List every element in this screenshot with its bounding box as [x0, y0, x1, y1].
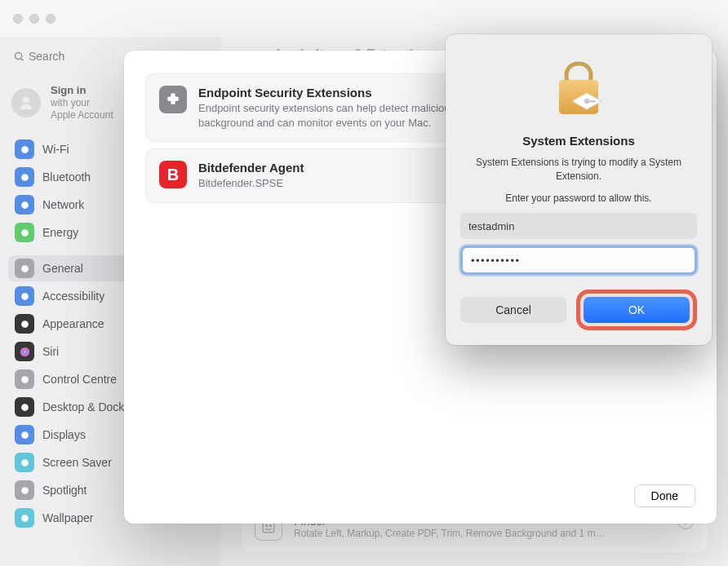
ok-button[interactable]: OK	[584, 297, 690, 323]
lock-icon	[550, 54, 607, 122]
svg-point-5	[21, 201, 29, 209]
auth-title: System Extensions	[522, 134, 635, 148]
general-icon	[15, 259, 34, 278]
sidebar-item-label: Spotlight	[42, 484, 87, 497]
bitdefender-icon: B	[159, 161, 187, 188]
username-field[interactable]	[460, 213, 697, 239]
svg-point-3	[21, 146, 29, 153]
titlebar	[0, 0, 728, 37]
svg-point-9	[21, 321, 29, 328]
svg-point-18	[266, 525, 268, 527]
window-controls	[13, 14, 55, 24]
svg-point-14	[21, 459, 29, 467]
done-button[interactable]: Done	[634, 484, 695, 507]
avatar	[11, 88, 41, 117]
sidebar-item-label: Desktop & Dock	[42, 400, 124, 413]
svg-rect-24	[588, 100, 596, 102]
sidebar-item-label: Bluetooth	[42, 170, 91, 184]
accessibility-icon	[15, 286, 34, 306]
sidebar-item-label: Network	[42, 198, 84, 211]
svg-point-10	[20, 347, 29, 356]
wi-fi-icon	[15, 139, 34, 159]
auth-message-1: System Extensions is trying to modify a …	[460, 156, 697, 184]
svg-point-4	[21, 174, 29, 181]
close-window-icon[interactable]	[13, 14, 23, 24]
sidebar-item-label: Screen Saver	[42, 456, 112, 469]
bluetooth-icon	[15, 167, 34, 187]
svg-point-13	[21, 431, 29, 439]
svg-line-1	[21, 58, 24, 60]
svg-point-16	[21, 515, 29, 522]
sidebar-item-label: Wi-Fi	[42, 143, 69, 156]
svg-point-12	[21, 404, 29, 411]
account-text: Sign in with your Apple Account	[51, 84, 113, 122]
sidebar-item-label: Wallpaper	[42, 511, 94, 524]
search-icon	[13, 51, 25, 63]
extension-icon	[159, 86, 187, 113]
appearance-icon	[15, 314, 34, 334]
sidebar-item-label: Energy	[42, 226, 78, 239]
svg-point-0	[16, 52, 22, 59]
svg-point-8	[21, 293, 29, 300]
network-icon	[15, 195, 34, 214]
svg-point-7	[21, 265, 29, 272]
sidebar-item-label: Appearance	[42, 317, 104, 330]
energy-icon	[15, 223, 34, 242]
auth-message-2: Enter your password to allow this.	[505, 192, 651, 206]
sidebar-item-label: Displays	[42, 428, 86, 441]
minimize-window-icon[interactable]	[29, 14, 39, 24]
password-field[interactable]	[460, 245, 697, 275]
cancel-button[interactable]: Cancel	[460, 297, 566, 323]
svg-point-6	[21, 229, 29, 237]
svg-point-15	[21, 487, 29, 494]
displays-icon	[15, 425, 34, 444]
sidebar-item-label: Control Centre	[42, 373, 117, 386]
finder-subtitle: Rotate Left, Markup, Create PDF, Trim, R…	[294, 528, 606, 539]
zoom-window-icon[interactable]	[46, 14, 55, 24]
svg-point-11	[21, 376, 29, 383]
siri-icon	[15, 342, 34, 361]
sidebar-item-label: General	[42, 262, 83, 275]
svg-point-2	[23, 97, 29, 104]
bitdefender-subtitle: Bitdefender.SPSE	[198, 176, 304, 191]
bitdefender-title: Bitdefender Agent	[198, 161, 304, 175]
spotlight-icon	[15, 480, 34, 500]
wallpaper-icon	[15, 508, 34, 528]
screen-saver-icon	[15, 453, 34, 472]
auth-dialog: System Extensions System Extensions is t…	[446, 34, 712, 345]
sidebar-item-label: Accessibility	[42, 290, 104, 303]
desktop-dock-icon	[15, 397, 34, 417]
ok-button-highlight: OK	[576, 290, 697, 330]
control-centre-icon	[15, 369, 34, 389]
sidebar-item-label: Siri	[42, 345, 59, 358]
svg-point-19	[269, 525, 271, 527]
